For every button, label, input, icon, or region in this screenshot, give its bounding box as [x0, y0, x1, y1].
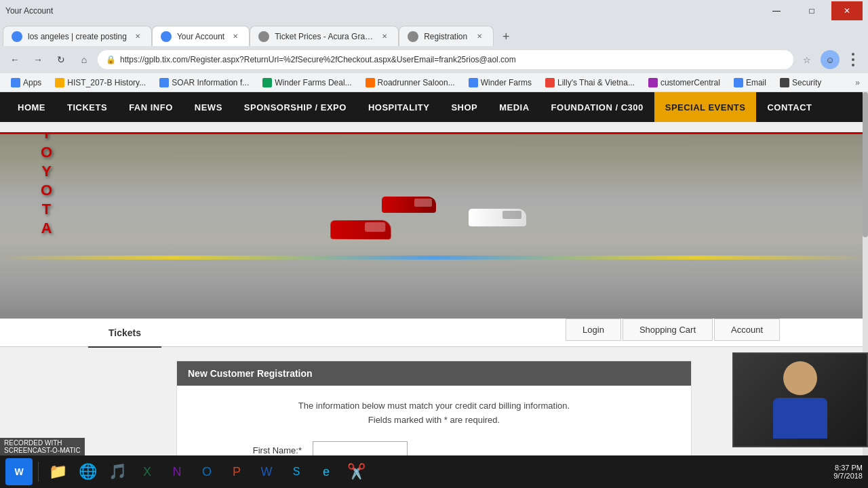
home-button[interactable]: ⌂	[75, 50, 94, 69]
bookmark-winder-favicon	[469, 78, 478, 87]
bookmark-hist-favicon	[55, 78, 64, 87]
new-tab-button[interactable]: +	[496, 27, 515, 46]
back-button[interactable]: ←	[5, 50, 24, 69]
tab-1-favicon	[12, 31, 22, 42]
taskbar-files-icon[interactable]: 📁	[44, 458, 71, 485]
tab-2[interactable]: Your Account ✕	[152, 26, 250, 46]
bookmark-email[interactable]: Email	[728, 77, 772, 89]
bookmark-winder-deals-favicon	[262, 78, 272, 87]
bookmark-roadrunner[interactable]: Roadrunner Saloon...	[360, 77, 460, 89]
taskbar-headphones-icon[interactable]: 🎵	[104, 458, 131, 485]
bookmark-email-favicon	[734, 78, 743, 87]
form-info-line2: Fields marked with * are required.	[191, 413, 677, 428]
webcam-person	[773, 361, 827, 439]
nav-home[interactable]: HOME	[7, 92, 56, 122]
main-nav: HOME TICKETS FAN INFO NEWS SPONSORSHIP /…	[0, 92, 868, 122]
maximize-button[interactable]: □	[796, 1, 827, 20]
nav-shop[interactable]: SHOP	[440, 92, 488, 122]
minimize-button[interactable]: —	[761, 1, 792, 20]
tab-3[interactable]: Ticket Prices - Acura Grand Prix ... ✕	[250, 26, 399, 46]
toyota-letter-o: O	[41, 144, 52, 161]
taskbar-chrome-icon[interactable]: 🌐	[74, 458, 101, 485]
scroll-thumb[interactable]	[863, 92, 868, 237]
nav-hospitality[interactable]: HOSPITALITY	[357, 92, 440, 122]
car-1-windshield	[365, 222, 385, 232]
shopping-cart-button[interactable]: Shopping Cart	[623, 319, 713, 341]
bookmark-winder-deals[interactable]: Winder Farms Deal...	[257, 77, 357, 89]
bookmark-soar-favicon	[159, 78, 169, 87]
login-button[interactable]: Login	[566, 319, 621, 341]
nav-media[interactable]: MEDIA	[488, 92, 540, 122]
address-bar: ← → ↻ ⌂ 🔒 https://gplb.tix.com/Register.…	[0, 46, 868, 73]
bookmark-hist[interactable]: HIST_207-B History...	[50, 77, 151, 89]
person-body	[773, 398, 827, 439]
window-controls: — □ ✕	[761, 1, 863, 20]
browser-title: Your Account	[5, 6, 755, 16]
taskbar-start-icon[interactable]: W	[5, 458, 33, 485]
bookmark-roadrunner-favicon	[366, 78, 375, 87]
taskbar-ie-icon[interactable]: e	[313, 458, 340, 485]
car-2-windshield	[414, 199, 432, 207]
tab-3-close[interactable]: ✕	[379, 31, 390, 42]
bookmark-lillys-favicon	[545, 78, 555, 87]
taskbar-word-icon[interactable]: W	[253, 458, 280, 485]
taskbar-powerpoint-icon[interactable]: P	[223, 458, 250, 485]
address-input-container[interactable]: 🔒 https://gplb.tix.com/Register.aspx?Ret…	[98, 50, 793, 69]
track-surface	[0, 122, 868, 319]
nav-special-events[interactable]: SPECIAL EVENTS	[654, 92, 757, 122]
form-info-text: The information below must match your cr…	[191, 399, 677, 428]
menu-button[interactable]	[844, 50, 863, 69]
nav-sponsorship[interactable]: SPONSORSHIP / EXPO	[233, 92, 357, 122]
tab-4-close[interactable]: ✕	[474, 31, 485, 42]
first-name-label: First Name:*	[191, 445, 313, 455]
browser-chrome: Your Account — □ ✕ los angeles | create …	[0, 0, 868, 92]
taskbar-clock: 8:37 PM	[833, 464, 863, 472]
nav-news[interactable]: NEWS	[184, 92, 233, 122]
bookmark-star-icon[interactable]: ☆	[797, 50, 816, 69]
profile-button[interactable]: ☺	[821, 50, 840, 69]
taskbar-outlook-icon[interactable]: O	[193, 458, 220, 485]
taskbar-onenote-icon[interactable]: N	[163, 458, 191, 485]
tab-2-close[interactable]: ✕	[230, 31, 241, 42]
taskbar-skype-icon[interactable]: S	[283, 458, 310, 485]
close-button[interactable]: ✕	[831, 1, 863, 20]
bookmark-security[interactable]: Security	[774, 77, 827, 89]
screencast-line2: SCREENCAST-O-MATIC	[4, 447, 81, 454]
toyota-letter-t2: T	[42, 201, 51, 218]
person-head	[783, 361, 817, 395]
bookmark-security-favicon	[780, 78, 789, 87]
bookmark-lillys[interactable]: Lilly's Thai & Vietna...	[540, 77, 640, 89]
menu-dot-1	[852, 53, 854, 56]
account-button[interactable]: Account	[714, 319, 780, 341]
track-markings	[0, 256, 868, 260]
nav-foundation[interactable]: FOUNDATION / C300	[540, 92, 654, 122]
nav-contact[interactable]: CONTACT	[756, 92, 823, 122]
bookmark-winder-deals-label: Winder Farms Deal...	[275, 78, 351, 87]
bookmark-apps[interactable]: Apps	[5, 77, 47, 89]
nav-tickets[interactable]: TICKETS	[56, 92, 118, 122]
bookmarks-bar: Apps HIST_207-B History... SOAR Informat…	[0, 73, 868, 92]
bookmark-customcentral-favicon	[648, 78, 658, 87]
bookmarks-more-button[interactable]: »	[852, 77, 863, 89]
taskbar-excel-icon[interactable]: X	[134, 458, 161, 485]
form-header: New Customer Registration	[177, 361, 691, 386]
tab-bar: los angeles | create posting ✕ Your Acco…	[0, 22, 868, 46]
bookmark-roadrunner-label: Roadrunner Saloon...	[378, 78, 455, 87]
reload-button[interactable]: ↻	[52, 50, 71, 69]
screencast-label: RECORDED WITH SCREENCAST-O-MATIC	[0, 438, 85, 455]
taskbar-snip-icon[interactable]: ✂️	[342, 458, 370, 485]
nav-fan-info[interactable]: FAN INFO	[118, 92, 184, 122]
page-tab-tickets[interactable]: Tickets	[88, 319, 161, 348]
bookmark-customcentral[interactable]: customerCentral	[643, 77, 726, 89]
bookmark-soar[interactable]: SOAR Information f...	[154, 77, 254, 89]
tab-4[interactable]: Registration ✕	[399, 26, 494, 46]
tab-1-label: los angeles | create posting	[28, 32, 127, 41]
toyota-sign-left: T O Y O T A	[41, 125, 52, 237]
race-car-3	[469, 209, 526, 226]
tab-1[interactable]: los angeles | create posting ✕	[3, 26, 152, 46]
forward-button[interactable]: →	[28, 50, 47, 69]
tab-1-close[interactable]: ✕	[132, 31, 143, 42]
tab-4-favicon	[408, 31, 418, 42]
bookmark-winder[interactable]: Winder Farms	[463, 77, 537, 89]
tab-2-label: Your Account	[177, 32, 224, 41]
